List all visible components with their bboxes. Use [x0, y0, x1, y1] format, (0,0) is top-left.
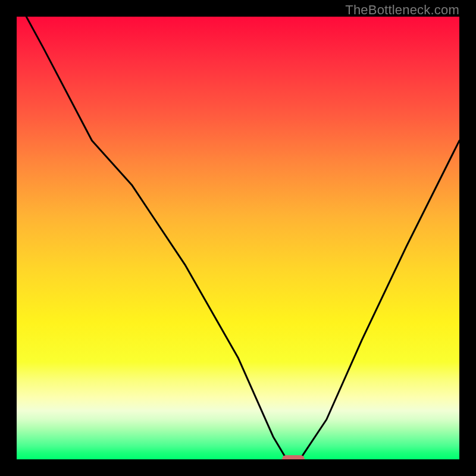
watermark-text: TheBottleneck.com	[345, 2, 459, 18]
plot-area	[17, 17, 459, 459]
bottleneck-curve	[17, 17, 459, 459]
optimal-point-marker	[282, 455, 305, 459]
chart-frame: TheBottleneck.com	[0, 0, 476, 476]
